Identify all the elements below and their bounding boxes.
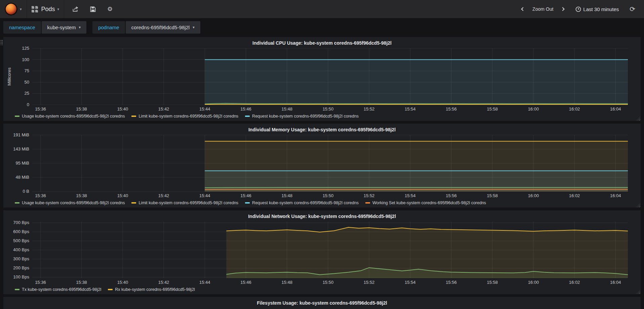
chevron-down-icon: ▾ [79,25,81,30]
memory-usage-chart[interactable]: 15:3615:3815:4015:4215:4415:4615:4815:50… [6,133,638,200]
series-color-dash [108,289,113,290]
svg-text:15:50: 15:50 [323,106,334,112]
svg-text:0: 0 [27,102,29,107]
chevron-down-icon: ▾ [57,7,59,11]
svg-text:16:02: 16:02 [569,280,580,285]
dashboard-title[interactable]: Pods [41,6,55,13]
svg-text:15:44: 15:44 [199,280,210,285]
svg-text:100 Bps: 100 Bps [13,274,29,279]
svg-text:143 MiB: 143 MiB [13,146,29,151]
legend-item[interactable]: Tx kube-system coredns-695f96dcd5-98j2l [15,287,101,292]
svg-text:Millicores: Millicores [7,67,12,86]
legend-item[interactable]: Rx kube-system coredns-695f96dcd5-98j2l [108,287,195,292]
svg-text:15:48: 15:48 [281,193,292,198]
svg-text:15:38: 15:38 [76,280,87,285]
share-button[interactable] [69,4,82,14]
series-label: Tx kube-system coredns-695f96dcd5-98j2l [22,287,101,292]
svg-text:15:54: 15:54 [405,106,416,112]
svg-text:15:40: 15:40 [117,280,128,285]
podname-variable-dropdown[interactable]: coredns-695f96dcd5-98j2l ▾ [126,21,200,34]
panel-title[interactable]: Filesystem Usage: kube-system coredns-69… [6,299,638,306]
gear-icon: ⚙ [107,6,113,12]
svg-text:15:48: 15:48 [281,280,292,285]
svg-text:75: 75 [25,68,29,73]
svg-text:16:00: 16:00 [528,106,539,112]
time-range-picker[interactable]: Last 30 minutes [572,4,622,14]
svg-text:125: 125 [22,46,29,51]
svg-text:15:54: 15:54 [405,193,416,198]
series-label: Working Set kube-system coredns-695f96dc… [372,201,486,205]
panel-drag-handle[interactable] [0,40,3,45]
namespace-variable-value: kube-system [47,25,76,30]
panel-filesystem-usage: Filesystem Usage: kube-system coredns-69… [3,297,641,309]
grafana-logo[interactable] [5,3,17,15]
series-color-dash [131,116,136,117]
legend-item[interactable]: Request kube-system coredns-695f96dcd5-9… [245,114,359,119]
dashboard-picker[interactable]: Pods ▾ [27,0,65,18]
chevron-down-icon[interactable]: ▾ [20,7,22,11]
save-button[interactable] [87,4,99,14]
cpu-usage-chart[interactable]: 15:3615:3815:4015:4215:4415:4615:4815:50… [6,46,638,114]
svg-text:15:54: 15:54 [405,280,416,285]
svg-text:200 Bps: 200 Bps [13,265,29,270]
dashboard-panels: Individual CPU Usage: kube-system coredn… [0,37,644,309]
svg-text:15:36: 15:36 [35,193,46,198]
svg-text:15:44: 15:44 [199,193,210,198]
network-usage-chart[interactable]: 15:3615:3815:4015:4215:4415:4615:4815:50… [6,220,638,287]
svg-text:15:36: 15:36 [35,106,46,112]
variable-namespace: namespace kube-system ▾ [3,21,86,34]
podname-variable-label: podname [92,21,125,34]
series-label: Usage kube-system coredns-695f96dcd5-98j… [22,114,125,119]
svg-text:15:52: 15:52 [364,106,375,112]
svg-text:16:00: 16:00 [528,280,539,285]
series-color-dash [131,202,136,204]
template-variables-row: namespace kube-system ▾ podname coredns-… [0,18,644,37]
legend-item[interactable]: Limit kube-system coredns-695f96dcd5-98j… [131,201,238,205]
svg-text:300 Bps: 300 Bps [13,256,29,261]
series-color-dash [15,202,19,204]
dashboard-actions: ⚙ [64,0,121,18]
refresh-icon: ⟳ [630,6,635,12]
chevron-right-icon [561,7,565,11]
refresh-button[interactable]: ⟳ [626,4,639,14]
panel-individual-memory-usage: Individual Memory Usage: kube-system cor… [3,124,641,208]
legend-item[interactable]: Limit kube-system coredns-695f96dcd5-98j… [131,114,238,119]
svg-text:16:04: 16:04 [610,193,621,198]
panel-title[interactable]: Individual Memory Usage: kube-system cor… [6,126,638,133]
series-color-dash [245,202,250,204]
legend-item[interactable]: Usage kube-system coredns-695f96dcd5-98j… [15,201,125,205]
legend-item[interactable]: Working Set kube-system coredns-695f96dc… [365,201,486,205]
svg-text:95 MiB: 95 MiB [16,161,29,166]
svg-text:15:56: 15:56 [446,106,457,112]
svg-text:25: 25 [25,91,29,96]
series-label: Limit kube-system coredns-695f96dcd5-98j… [138,114,238,119]
time-shift-back-button[interactable] [518,6,528,12]
chevron-left-icon [521,7,525,11]
svg-text:15:44: 15:44 [199,106,210,112]
svg-text:700 Bps: 700 Bps [13,220,29,225]
network-chart-legend: Tx kube-system coredns-695f96dcd5-98j2lR… [6,287,638,294]
namespace-variable-dropdown[interactable]: kube-system ▾ [42,21,87,34]
panel-title[interactable]: Individual CPU Usage: kube-system coredn… [6,39,638,46]
series-label: Rx kube-system coredns-695f96dcd5-98j2l [115,287,195,292]
time-shift-forward-button[interactable] [558,6,567,12]
panel-individual-network-usage: Individual Network Usage: kube-system co… [3,210,641,294]
series-color-dash [365,202,370,204]
series-color-dash [15,116,19,117]
svg-text:500 Bps: 500 Bps [13,238,29,243]
time-controls: Zoom Out Last 30 minutes ⟳ [518,4,644,14]
svg-text:15:58: 15:58 [487,280,498,285]
svg-text:15:42: 15:42 [158,280,169,285]
settings-button[interactable]: ⚙ [104,4,116,14]
panel-title[interactable]: Individual Network Usage: kube-system co… [6,212,638,220]
svg-text:15:50: 15:50 [323,193,334,198]
svg-text:16:00: 16:00 [528,193,539,198]
zoom-out-button[interactable]: Zoom Out [529,6,557,12]
svg-text:15:46: 15:46 [240,280,251,285]
svg-text:600 Bps: 600 Bps [13,229,29,234]
chevron-down-icon: ▾ [193,25,195,30]
legend-item[interactable]: Request kube-system coredns-695f96dcd5-9… [245,201,359,205]
legend-item[interactable]: Usage kube-system coredns-695f96dcd5-98j… [15,114,125,119]
series-label: Request kube-system coredns-695f96dcd5-9… [252,201,359,205]
variable-podname: podname coredns-695f96dcd5-98j2l ▾ [92,21,200,34]
